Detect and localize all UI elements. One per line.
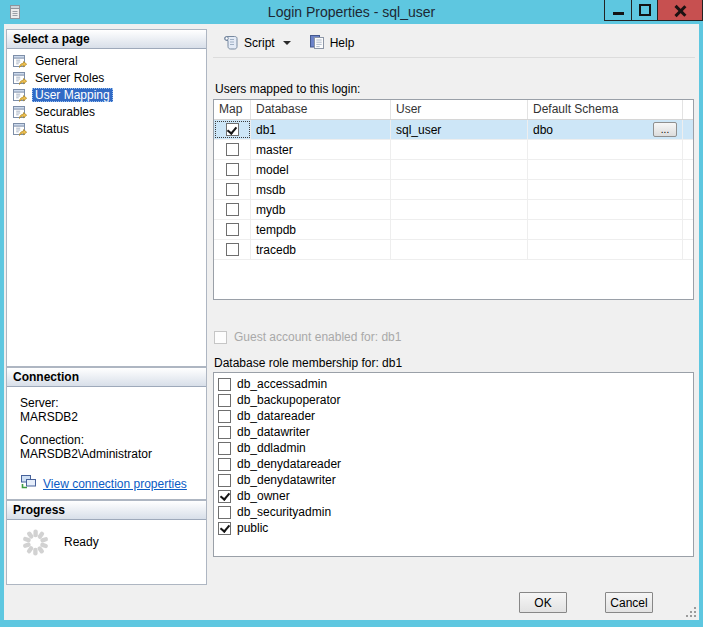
sidebar-item-securables[interactable]: Securables xyxy=(7,103,206,120)
role-checkbox[interactable] xyxy=(218,522,231,535)
cancel-button[interactable]: Cancel xyxy=(605,592,653,613)
minimize-button[interactable] xyxy=(604,0,632,21)
chevron-down-icon xyxy=(283,41,291,45)
role-item-db-accessadmin[interactable]: db_accessadmin xyxy=(218,376,693,392)
table-row-model[interactable]: model xyxy=(214,160,693,180)
default-schema-cell xyxy=(528,140,683,159)
map-checkbox[interactable] xyxy=(226,223,239,236)
role-item-db-datawriter[interactable]: db_datawriter xyxy=(218,424,693,440)
map-checkbox[interactable] xyxy=(226,243,239,256)
page-icon xyxy=(12,121,28,137)
sidebar-item-label: Server Roles xyxy=(32,71,107,85)
progress-status: Ready xyxy=(64,535,99,549)
connection-panel: Connection Server: MARSDB2 Connection: M… xyxy=(6,367,207,500)
map-cell xyxy=(214,180,251,199)
role-label: db_denydatareader xyxy=(237,457,341,471)
role-membership-list: db_accessadmindb_backupoperatordb_datare… xyxy=(213,372,694,557)
default-schema-cell xyxy=(528,180,683,199)
role-checkbox[interactable] xyxy=(218,394,231,407)
progress-header: Progress xyxy=(7,501,206,520)
login-properties-window: Login Properties - sql_user Select a pag… xyxy=(0,0,703,627)
role-item-public[interactable]: public xyxy=(218,520,693,536)
user-cell xyxy=(391,220,528,239)
map-checkbox[interactable] xyxy=(226,183,239,196)
close-button[interactable] xyxy=(658,0,703,21)
page-icon xyxy=(12,104,28,120)
table-row-mydb[interactable]: mydb xyxy=(214,200,693,220)
map-checkbox[interactable] xyxy=(226,203,239,216)
role-checkbox[interactable] xyxy=(218,426,231,439)
guest-account-checkbox xyxy=(214,331,227,344)
map-cell xyxy=(214,220,251,239)
role-item-db-securityadmin[interactable]: db_securityadmin xyxy=(218,504,693,520)
filler-cell xyxy=(683,140,693,159)
browse-button[interactable]: ... xyxy=(653,122,677,137)
column-header-database[interactable]: Database xyxy=(251,100,391,119)
map-checkbox[interactable] xyxy=(226,123,239,136)
minimize-icon xyxy=(613,12,624,15)
sidebar-item-server-roles[interactable]: Server Roles xyxy=(7,69,206,86)
role-label: db_owner xyxy=(237,489,290,503)
resize-grip[interactable] xyxy=(683,604,697,618)
sidebar-item-user-mapping[interactable]: User Mapping xyxy=(7,86,206,103)
table-header-row: MapDatabaseUserDefault Schema xyxy=(214,100,693,120)
window-title: Login Properties - sql_user xyxy=(0,0,703,24)
sidebar-item-general[interactable]: General xyxy=(7,52,206,69)
window-controls xyxy=(604,0,703,21)
role-item-db-datareader[interactable]: db_datareader xyxy=(218,408,693,424)
filler-cell xyxy=(683,180,693,199)
default-schema-value: dbo xyxy=(533,123,553,137)
sidebar-item-status[interactable]: Status xyxy=(7,120,206,137)
filler-cell xyxy=(683,240,693,259)
guest-account-row: Guest account enabled for: db1 xyxy=(214,330,401,344)
table-row-tracedb[interactable]: tracedb xyxy=(214,240,693,260)
role-checkbox[interactable] xyxy=(218,442,231,455)
table-row-tempdb[interactable]: tempdb xyxy=(214,220,693,240)
column-header-user[interactable]: User xyxy=(391,100,528,119)
role-item-db-denydatawriter[interactable]: db_denydatawriter xyxy=(218,472,693,488)
column-header-filler xyxy=(683,100,693,119)
table-row-db1[interactable]: db1sql_userdbo... xyxy=(214,120,693,140)
user-cell xyxy=(391,240,528,259)
progress-spinner-icon xyxy=(21,528,50,561)
filler-cell xyxy=(683,160,693,179)
default-schema-cell xyxy=(528,240,683,259)
database-cell: model xyxy=(251,160,391,179)
role-item-db-denydatareader[interactable]: db_denydatareader xyxy=(218,456,693,472)
role-checkbox[interactable] xyxy=(218,378,231,391)
view-connection-properties-link[interactable]: View connection properties xyxy=(20,474,206,493)
connection-label: Connection: xyxy=(20,433,206,447)
select-page-panel: Select a page GeneralServer RolesUser Ma… xyxy=(6,29,207,367)
ok-button[interactable]: OK xyxy=(519,592,567,613)
select-page-list: GeneralServer RolesUser MappingSecurable… xyxy=(7,49,206,137)
database-cell: db1 xyxy=(251,120,391,139)
role-checkbox[interactable] xyxy=(218,490,231,503)
role-checkbox[interactable] xyxy=(218,474,231,487)
role-label: db_ddladmin xyxy=(237,441,306,455)
role-checkbox[interactable] xyxy=(218,458,231,471)
role-item-db-backupoperator[interactable]: db_backupoperator xyxy=(218,392,693,408)
table-row-master[interactable]: master xyxy=(214,140,693,160)
progress-panel: Progress Ready xyxy=(6,500,207,585)
map-checkbox[interactable] xyxy=(226,163,239,176)
map-cell xyxy=(214,200,251,219)
column-header-map[interactable]: Map xyxy=(214,100,251,119)
connection-properties-icon xyxy=(20,474,37,493)
role-checkbox[interactable] xyxy=(218,506,231,519)
role-checkbox[interactable] xyxy=(218,410,231,423)
role-label: db_datawriter xyxy=(237,425,310,439)
table-row-msdb[interactable]: msdb xyxy=(214,180,693,200)
role-item-db-owner[interactable]: db_owner xyxy=(218,488,693,504)
script-button[interactable]: Script xyxy=(218,32,295,55)
help-button[interactable]: Help xyxy=(305,32,359,55)
column-header-default-schema[interactable]: Default Schema xyxy=(528,100,683,119)
filler-cell xyxy=(683,200,693,219)
sidebar-item-label: Status xyxy=(32,122,72,136)
server-value: MARSDB2 xyxy=(20,410,206,424)
help-button-label: Help xyxy=(330,36,355,50)
role-label: db_securityadmin xyxy=(237,505,331,519)
select-page-header: Select a page xyxy=(7,30,206,49)
role-item-db-ddladmin[interactable]: db_ddladmin xyxy=(218,440,693,456)
map-checkbox[interactable] xyxy=(226,143,239,156)
maximize-button[interactable] xyxy=(632,0,658,21)
